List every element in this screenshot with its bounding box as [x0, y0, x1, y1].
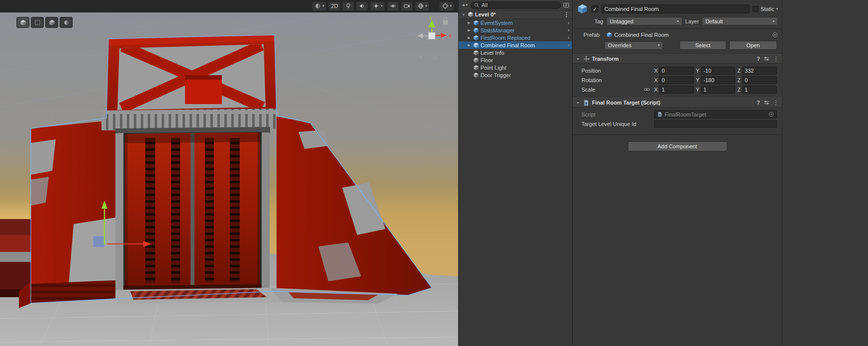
hierarchy-item-level-info[interactable]: Level Info — [459, 49, 572, 56]
gizmo-center-cube[interactable] — [428, 32, 435, 39]
effects-dropdown-button[interactable]: ▾ — [370, 1, 385, 11]
scene-viewport[interactable]: y x Persp — [0, 12, 458, 346]
item-label: StatsManager — [481, 27, 514, 33]
picker-window-icon[interactable] — [563, 2, 570, 8]
prefab-select-button[interactable]: Select — [679, 41, 726, 50]
active-checkbox[interactable]: ✓ — [591, 5, 598, 12]
hierarchy-item-eventsystem[interactable]: ▶ EventSystem › — [459, 19, 572, 26]
script-object-field[interactable]: FinalRoomTarget — [654, 110, 777, 118]
audio-toggle-button[interactable] — [356, 1, 368, 11]
foldout-closed-icon[interactable]: ▶ — [467, 21, 472, 25]
globe-icon — [417, 2, 424, 9]
target-level-unique-id-input[interactable] — [654, 120, 777, 128]
inspector-panel: ✓ Static ▾ Tag Untagged ▾ Layer Default … — [572, 0, 782, 346]
gameobject-icon — [577, 3, 588, 14]
object-picker-icon[interactable] — [769, 112, 774, 117]
add-component-label: Add Component — [658, 143, 697, 149]
static-checkbox[interactable] — [753, 6, 759, 12]
gizmo-xy-plane-handle[interactable] — [94, 236, 104, 247]
kebab-menu-icon[interactable]: ⋮ — [564, 12, 570, 17]
create-object-button[interactable]: + ▾ — [461, 2, 469, 8]
hierarchy-item-firstroom-replaced[interactable]: ▶ FirstRoom Replaced › — [459, 34, 572, 41]
projection-label[interactable]: Persp — [424, 54, 438, 60]
prefab-open-chevron-icon[interactable]: › — [568, 34, 570, 41]
hierarchy-search-input[interactable]: All — [471, 1, 561, 9]
gizmo-x-label: x — [449, 33, 452, 38]
presets-icon[interactable] — [764, 100, 770, 106]
gizmos-globe-button[interactable]: ▾ — [415, 1, 430, 11]
scene-view-panel: ▾ 2D ▾ — [0, 0, 458, 346]
foldout-open-icon[interactable]: ▼ — [576, 101, 580, 105]
scene-header-row[interactable]: ▼ Level 0* ⋮ — [459, 10, 572, 19]
prefab-open-button[interactable]: Open — [729, 41, 777, 50]
overrides-dropdown[interactable]: Overrides ▾ — [604, 41, 663, 50]
foldout-closed-icon[interactable]: ▶ — [467, 43, 472, 47]
transform-component-header[interactable]: ▼ Transform ? ⋮ — [573, 54, 782, 64]
sparkle-icon — [373, 2, 380, 9]
kebab-menu-icon[interactable]: ⋮ — [773, 56, 779, 61]
foldout-open-icon[interactable]: ▼ — [576, 57, 580, 61]
prefab-open-chevron-icon[interactable]: › — [568, 26, 570, 34]
scale-y-input[interactable] — [701, 86, 735, 94]
scene-view-toolbar: ▾ 2D ▾ — [0, 0, 458, 12]
kebab-menu-icon[interactable]: ⋮ — [773, 100, 779, 105]
final-room-target-rows: Script FinalRoomTarget Target Level Uniq… — [573, 108, 782, 132]
help-icon[interactable]: ? — [757, 56, 760, 62]
hierarchy-item-door-trigger[interactable]: Door Trigger — [459, 71, 572, 79]
hierarchy-item-combined-final-room[interactable]: ▶ Combined Final Room › — [459, 41, 572, 49]
position-x-input[interactable] — [659, 67, 693, 75]
target-level-unique-id-label: Target Level Unique Id — [581, 121, 636, 127]
hierarchy-item-floor[interactable]: Floor — [459, 56, 572, 64]
presets-icon[interactable] — [764, 56, 770, 62]
item-label: Combined Final Room — [481, 42, 535, 48]
half-sphere-icon — [63, 19, 70, 26]
lighting-toggle-button[interactable] — [342, 1, 354, 11]
script-icon — [657, 112, 663, 117]
help-icon[interactable]: ? — [757, 100, 760, 106]
scene-canvas[interactable]: y x Persp — [0, 12, 458, 346]
gameobject-cube-icon — [473, 72, 479, 78]
2d-toggle-button[interactable]: 2D — [328, 1, 340, 11]
shading-mode-button[interactable]: ▾ — [312, 1, 327, 11]
tool-rect-button[interactable] — [31, 17, 44, 28]
position-z-input[interactable] — [742, 67, 777, 75]
chevron-down-icon: ▾ — [381, 4, 383, 8]
foldout-closed-icon[interactable]: ▶ — [467, 36, 472, 40]
gameobject-name-input[interactable] — [601, 4, 750, 13]
position-y-input[interactable] — [701, 67, 735, 75]
rotation-x-input[interactable] — [659, 76, 693, 84]
final-room-target-component-header[interactable]: ▼ Final Room Target (Script) ? ⋮ — [573, 98, 782, 108]
rotation-y-input[interactable] — [701, 76, 735, 84]
light-bulb-icon — [345, 2, 352, 9]
hierarchy-item-statsmanager[interactable]: ▶ StatsManager › — [459, 26, 572, 34]
foldout-closed-icon[interactable]: ▶ — [467, 28, 472, 32]
prefab-open-chevron-icon[interactable]: › — [568, 41, 570, 49]
tool-pivot-button[interactable] — [16, 17, 29, 28]
foldout-open-icon[interactable]: ▼ — [461, 13, 466, 16]
script-icon — [583, 100, 589, 106]
gizmos-dropdown-button[interactable]: ▾ — [439, 1, 454, 11]
camera-settings-button[interactable] — [401, 1, 413, 11]
add-component-button[interactable]: Add Component — [628, 141, 727, 151]
layer-dropdown[interactable]: Default ▾ — [702, 17, 778, 25]
scale-z-input[interactable] — [742, 86, 777, 94]
open-label: Open — [747, 42, 760, 48]
prefab-open-chevron-icon[interactable]: › — [568, 19, 570, 26]
link-icon[interactable] — [644, 86, 650, 93]
axis-x-label: X — [654, 68, 658, 74]
chevron-down-icon[interactable]: ▾ — [776, 7, 778, 11]
prefab-asset-field[interactable]: Combined Final Room — [606, 32, 669, 38]
scale-label: Scale — [581, 87, 595, 93]
item-label: EventSystem — [481, 20, 513, 26]
hierarchy-item-point-light[interactable]: Point Light — [459, 64, 572, 71]
tool-shading-button[interactable] — [60, 17, 73, 28]
scale-x-input[interactable] — [659, 86, 693, 94]
tag-dropdown[interactable]: Untagged ▾ — [606, 17, 682, 25]
rotation-z-input[interactable] — [742, 76, 777, 84]
object-picker-icon[interactable] — [772, 32, 778, 38]
scene-visibility-button[interactable] — [387, 1, 399, 11]
axis-y-label: Y — [696, 68, 699, 74]
tool-orientation-button[interactable] — [45, 17, 58, 28]
axis-y-label: Y — [696, 87, 699, 93]
axis-x-label: X — [654, 87, 658, 93]
